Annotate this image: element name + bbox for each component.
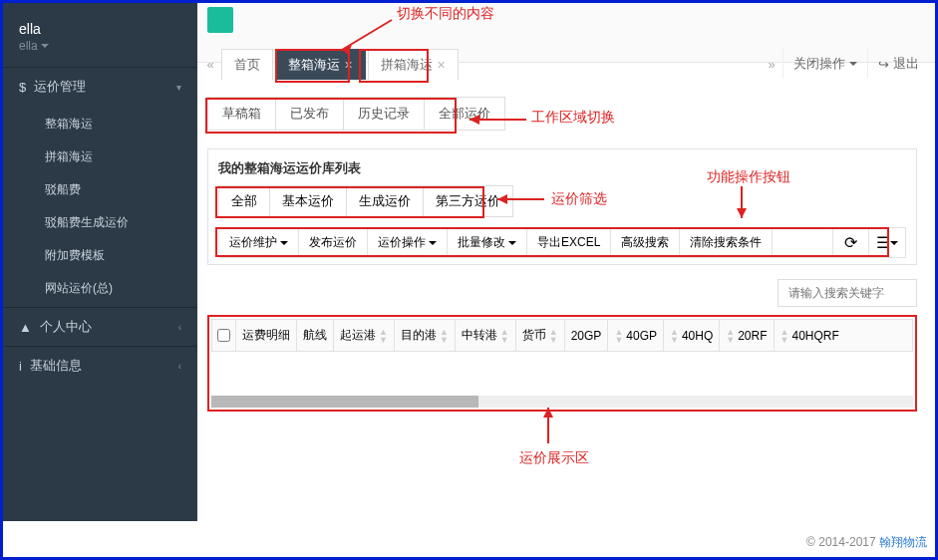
sidebar-group-pricing[interactable]: $ 运价管理 ▾	[3, 67, 197, 106]
list-icon: ☰	[876, 233, 890, 252]
chevron-left-icon: ‹	[178, 361, 181, 372]
filter-row: 全部 基本运价 生成运价 第三方运价	[218, 185, 513, 217]
arrow-icon	[489, 192, 549, 206]
sort-icon: ▲▼	[440, 328, 449, 344]
chevron-left-icon: ‹	[178, 322, 181, 333]
search-input[interactable]	[778, 279, 917, 307]
th[interactable]: ▲▼40HQRF	[775, 320, 845, 351]
th[interactable]: 起运港▲▼	[334, 320, 395, 351]
filter-btn[interactable]: 基本运价	[270, 186, 347, 216]
sidebar-sublist: 整箱海运 拼箱海运 驳船费 驳船费生成运价 附加费模板 网站运价(总)	[3, 106, 197, 307]
refresh-button[interactable]: ⟳	[833, 228, 869, 257]
chevron-down-icon	[41, 44, 49, 52]
action-maintain[interactable]: 运价维护	[219, 228, 299, 257]
annotation: 功能操作按钮	[707, 168, 790, 186]
chevron-down-icon	[508, 241, 516, 249]
user-name: ella	[19, 21, 181, 37]
select-all-checkbox[interactable]	[212, 320, 236, 351]
chevron-down-icon: ▾	[176, 82, 181, 93]
action-batch[interactable]: 批量修改	[448, 228, 527, 257]
annotation: 切换不同的内容	[397, 5, 494, 23]
th[interactable]: 目的港▲▼	[395, 320, 456, 351]
ws-tab[interactable]: 历史记录	[344, 98, 425, 130]
price-table: 运费明细 航线 起运港▲▼ 目的港▲▼ 中转港▲▼ 货币▲▼ 20GP ▲▼40…	[207, 315, 917, 412]
ws-tab[interactable]: 已发布	[276, 98, 344, 130]
sidebar-group-base[interactable]: i 基础信息 ‹	[3, 346, 197, 385]
sort-icon: ▲▼	[500, 328, 509, 344]
arrow-icon	[541, 400, 555, 447]
content-tabs: « 首页 整箱海运✕ 拼箱海运✕	[199, 49, 461, 80]
th[interactable]: 20GP	[565, 320, 609, 351]
annotation: 运价筛选	[551, 190, 607, 208]
sidebar-item[interactable]: 网站运价(总)	[3, 272, 197, 305]
panel-title: 我的整箱海运运价库列表	[218, 159, 906, 177]
action-export[interactable]: 导出EXCEL	[527, 228, 611, 257]
person-icon: ▲	[19, 320, 32, 335]
chevron-down-icon	[849, 62, 857, 70]
arrow-icon	[735, 184, 749, 226]
table-head: 运费明细 航线 起运港▲▼ 目的港▲▼ 中转港▲▼ 货币▲▼ 20GP ▲▼40…	[211, 319, 913, 352]
th[interactable]: 运费明细	[236, 320, 297, 351]
close-ops-menu[interactable]: 关闭操作	[782, 49, 867, 79]
close-icon[interactable]: ✕	[344, 59, 353, 72]
user-menu[interactable]: ella	[19, 39, 181, 53]
th[interactable]: ▲▼40GP	[608, 320, 664, 351]
sort-icon: ▲▼	[781, 328, 789, 344]
action-clear[interactable]: 清除搜索条件	[680, 228, 773, 257]
logout-icon: ↪	[878, 57, 889, 72]
table-body	[211, 352, 913, 396]
sort-icon: ▲▼	[614, 328, 623, 344]
ws-tab[interactable]: 草稿箱	[208, 98, 276, 130]
sort-icon: ▲▼	[549, 328, 558, 344]
sidebar-item[interactable]: 整箱海运	[3, 108, 197, 140]
dollar-icon: $	[19, 80, 26, 95]
sort-icon: ▲▼	[670, 328, 679, 344]
annotation: 运价展示区	[519, 449, 589, 467]
sidebar-item[interactable]: 拼箱海运	[3, 140, 197, 173]
sidebar-item[interactable]: 附加费模板	[3, 239, 197, 272]
th[interactable]: 货币▲▼	[516, 320, 565, 351]
filter-btn[interactable]: 全部	[219, 186, 270, 216]
action-row: 运价维护 发布运价 运价操作 批量修改 导出EXCEL 高级搜索 清除搜索条件 …	[218, 227, 906, 258]
footer-link[interactable]: 翰翔物流	[879, 535, 927, 549]
action-advsearch[interactable]: 高级搜索	[611, 228, 680, 257]
annotation: 工作区域切换	[531, 109, 615, 127]
chevron-down-icon	[429, 241, 437, 249]
arrow-icon	[332, 15, 397, 55]
sidebar-group-personal[interactable]: ▲ 个人中心 ‹	[3, 307, 197, 346]
topbar: « 首页 整箱海运✕ 拼箱海运✕ » 关闭操作 ↪退出	[197, 3, 935, 63]
th[interactable]: ▲▼40HQ	[664, 320, 720, 351]
sort-icon: ▲▼	[726, 328, 735, 344]
action-publish[interactable]: 发布运价	[299, 228, 368, 257]
logout-button[interactable]: ↪退出	[867, 49, 929, 79]
sidebar: ella ella $ 运价管理 ▾ 整箱海运 拼箱海运 驳船费 驳船费生成运价…	[3, 3, 197, 521]
columns-button[interactable]: ☰	[869, 228, 905, 257]
h-scrollbar[interactable]	[211, 396, 913, 408]
tabs-next[interactable]: »	[761, 50, 782, 78]
scroll-thumb[interactable]	[211, 396, 478, 408]
sort-icon: ▲▼	[379, 328, 388, 344]
refresh-icon: ⟳	[844, 233, 857, 252]
th[interactable]: ▲▼20RF	[720, 320, 774, 351]
tab-home[interactable]: 首页	[221, 49, 273, 80]
arrow-icon	[462, 113, 531, 127]
th[interactable]: 航线	[297, 320, 334, 351]
th[interactable]: 中转港▲▼	[456, 320, 516, 351]
filter-btn[interactable]: 生成运价	[347, 186, 424, 216]
logo-icon	[207, 7, 233, 33]
chevron-down-icon	[280, 241, 288, 249]
tabs-prev[interactable]: «	[199, 51, 221, 79]
sidebar-item[interactable]: 驳船费生成运价	[3, 206, 197, 239]
action-ops[interactable]: 运价操作	[368, 228, 448, 257]
sidebar-item[interactable]: 驳船费	[3, 173, 197, 206]
footer: © 2014-2017 翰翔物流	[197, 534, 927, 551]
chevron-down-icon	[890, 241, 898, 249]
info-icon: i	[19, 359, 22, 374]
close-icon[interactable]: ✕	[437, 59, 446, 72]
